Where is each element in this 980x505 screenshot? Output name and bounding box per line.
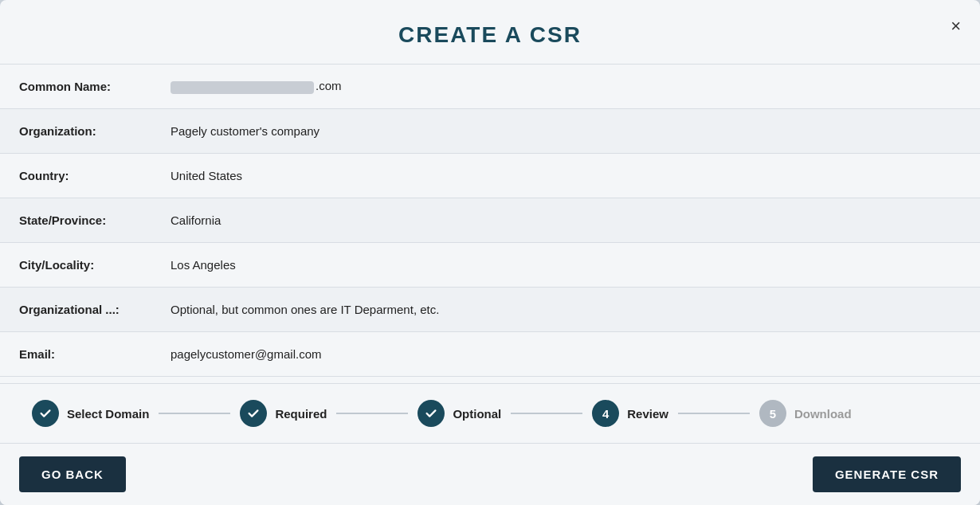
form-label: Email: (19, 347, 171, 361)
step-icon: 4 (592, 400, 619, 427)
form-row: Country:United States (0, 154, 980, 198)
step-select-domain: Select Domain (32, 400, 149, 427)
step-label: Review (627, 407, 668, 421)
form-value: California (171, 213, 221, 227)
form-rows: Common Name:.comOrganization:Pagely cust… (0, 64, 980, 383)
form-row: Common Name:.com (0, 65, 980, 109)
step-label: Required (275, 407, 327, 421)
form-row: City/Locality:Los Angeles (0, 243, 980, 288)
form-value: .com (171, 79, 342, 93)
form-label: Common Name: (19, 80, 171, 93)
step-label: Select Domain (67, 407, 149, 421)
step-label: Download (794, 407, 852, 421)
step-icon (240, 400, 267, 427)
form-label: Organization: (19, 124, 171, 138)
form-label: Country: (19, 169, 171, 182)
step-review: 4Review (592, 400, 668, 427)
close-button[interactable]: × (951, 18, 961, 35)
go-back-button[interactable]: GO BACK (19, 456, 126, 492)
form-row: Organization:Pagely customer's company (0, 109, 980, 154)
form-row: State/Province:California (0, 198, 980, 243)
step-download: 5Download (759, 400, 852, 427)
step-icon: 5 (759, 400, 786, 427)
form-value: Los Angeles (171, 258, 236, 272)
generate-csr-button[interactable]: GENERATE CSR (813, 456, 961, 492)
form-row: Email:pagelycustomer@gmail.com (0, 332, 980, 377)
form-row: Organizational ...:Optional, but common … (0, 288, 980, 332)
modal-title: CREATE A CSR (398, 22, 582, 48)
form-value: Optional, but common ones are IT Deparme… (171, 303, 439, 316)
footer: GO BACK GENERATE CSR (0, 443, 980, 505)
step-connector (159, 413, 230, 414)
form-label: Organizational ...: (19, 303, 171, 316)
step-icon (32, 400, 59, 427)
step-connector (511, 413, 582, 414)
form-value: pagelycustomer@gmail.com (171, 347, 321, 361)
modal-header: CREATE A CSR × (0, 0, 980, 64)
form-label: State/Province: (19, 213, 171, 227)
form-value: Pagely customer's company (171, 124, 319, 138)
step-icon (417, 400, 445, 427)
form-label: City/Locality: (19, 258, 171, 272)
form-value: United States (171, 169, 242, 182)
step-label: Optional (453, 407, 501, 421)
step-connector (336, 413, 408, 414)
step-connector (678, 413, 750, 414)
blurred-domain (171, 81, 314, 94)
step-optional: Optional (417, 400, 501, 427)
modal-container: CREATE A CSR × Common Name:.comOrganizat… (0, 0, 980, 505)
stepper-section: Select Domain Required Optional4Review5D… (0, 383, 980, 443)
step-required: Required (240, 400, 327, 427)
